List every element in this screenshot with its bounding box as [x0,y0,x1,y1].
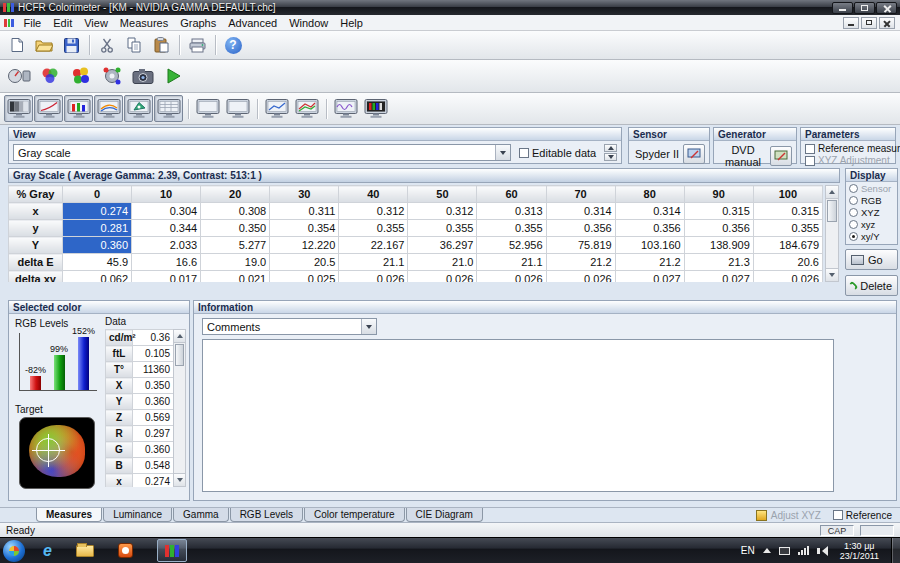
checkbox-box[interactable] [519,148,529,158]
display-option-xyz[interactable]: XYZ [846,206,897,218]
measure-cell[interactable]: 75.819 [546,237,615,254]
tab-measures[interactable]: Measures [36,508,102,522]
checkbox-box[interactable] [805,144,815,154]
checkbox-box[interactable] [833,510,843,520]
view-rgb-levels-button[interactable] [64,95,93,122]
explorer-folder-icon[interactable] [76,545,94,557]
measure-cell[interactable]: 0.350 [201,220,270,237]
measure-cell[interactable]: 0.311 [270,203,339,220]
measure-cell[interactable]: 20.6 [753,254,822,271]
snapshot-button[interactable] [128,62,158,90]
measure-cell[interactable]: 0.314 [546,203,615,220]
measure-cell[interactable]: 21.2 [615,254,684,271]
measure-cell[interactable]: 2.033 [132,237,201,254]
measure-cell[interactable]: 0.354 [270,220,339,237]
radio-icon[interactable] [849,220,858,229]
close-button[interactable] [876,2,897,14]
menu-edit[interactable]: Edit [47,16,78,30]
view-signal-wave-button[interactable] [331,95,360,122]
measure-cell[interactable]: 5.277 [201,237,270,254]
tab-color-temperature[interactable]: Color temperature [304,508,405,522]
menu-graphs[interactable]: Graphs [174,16,222,30]
measure-cell[interactable]: 0.026 [546,271,615,283]
sensor-settings-button[interactable] [4,62,34,90]
view-monitor-1-button[interactable] [193,95,222,122]
measure-cell[interactable]: 0.026 [753,271,822,283]
media-player-icon[interactable] [118,543,133,558]
start-button[interactable] [3,540,25,562]
measure-cell[interactable]: 0.281 [63,220,132,237]
tab-rgb-levels[interactable]: RGB Levels [230,508,303,522]
measure-cell[interactable]: 0.017 [132,271,201,283]
view-fullscreen-pattern-button[interactable] [361,95,390,122]
view-measures-grid-button[interactable] [154,95,183,122]
paste-button[interactable] [148,32,174,58]
tab-luminance[interactable]: Luminance [103,508,172,522]
reference-toggle-checkbox[interactable]: Reference [833,510,892,521]
measure-cell[interactable]: 138.909 [684,237,753,254]
measure-cell[interactable]: 0.304 [132,203,201,220]
scroll-up-icon[interactable] [174,330,185,343]
measure-cell[interactable]: 0.355 [753,220,822,237]
view-history-graph-button[interactable] [292,95,321,122]
measure-cell[interactable]: 0.315 [753,203,822,220]
measure-cell[interactable]: 0.355 [408,220,477,237]
menu-file[interactable]: File [18,16,48,30]
measure-cell[interactable]: 0.026 [339,271,408,283]
measure-cell[interactable]: 21.0 [408,254,477,271]
view-grayscale-button[interactable] [4,95,33,122]
measure-cell[interactable]: 21.2 [546,254,615,271]
measure-cell[interactable]: 0.312 [408,203,477,220]
show-desktop-button[interactable] [891,538,900,563]
measure-primaries-button[interactable] [66,62,96,90]
scroll-down-icon[interactable] [174,473,185,486]
measure-cell[interactable]: 0.315 [684,203,753,220]
measure-cell[interactable]: 21.1 [339,254,408,271]
spin-down-icon[interactable] [604,153,617,161]
menu-help[interactable]: Help [334,16,369,30]
measure-cell[interactable]: 0.274 [63,203,132,220]
measure-cell[interactable]: 0.356 [615,220,684,237]
measure-cell[interactable]: 0.312 [339,203,408,220]
tab-gamma[interactable]: Gamma [173,508,229,522]
radio-icon[interactable] [849,208,858,217]
scroll-thumb[interactable] [175,344,184,366]
cut-button[interactable] [94,32,120,58]
chevron-down-icon[interactable] [361,319,376,334]
measure-cell[interactable]: 0.027 [615,271,684,283]
editable-data-checkbox[interactable]: Editable data [519,147,596,159]
open-file-button[interactable] [31,32,57,58]
measure-cell[interactable]: 0.355 [339,220,408,237]
tab-cie-diagram[interactable]: CIE Diagram [406,508,483,522]
print-button[interactable] [184,32,210,58]
volume-tray-icon[interactable] [817,546,828,556]
run-measures-button[interactable] [159,62,189,90]
measure-cell[interactable]: 12.220 [270,237,339,254]
go-button[interactable]: Go [845,249,898,270]
measure-cell[interactable]: 19.0 [201,254,270,271]
minimize-button[interactable] [832,2,853,14]
display-option-rgb[interactable]: RGB [846,194,897,206]
measure-cell[interactable]: 36.297 [408,237,477,254]
measure-cell[interactable]: 0.021 [201,271,270,283]
view-cie-diagram-button[interactable] [124,95,153,122]
mdi-close-button[interactable] [879,17,895,29]
measure-cell[interactable]: 0.355 [477,220,546,237]
measure-cell[interactable]: 0.356 [684,220,753,237]
measure-cell[interactable]: 20.5 [270,254,339,271]
delete-button[interactable]: Delete [845,275,898,296]
taskbar-clock[interactable]: 1:30 μμ 23/1/2011 [840,541,879,561]
menu-window[interactable]: Window [283,16,334,30]
show-hidden-icons[interactable] [763,544,771,553]
measure-cell[interactable]: 0.026 [477,271,546,283]
data-scrollbar[interactable] [173,329,186,487]
measure-cell[interactable]: 52.956 [477,237,546,254]
measure-cell[interactable]: 22.167 [339,237,408,254]
scroll-up-icon[interactable] [826,186,838,199]
maximize-button[interactable] [854,2,875,14]
language-indicator[interactable]: EN [741,545,755,556]
view-monitor-2-button[interactable] [223,95,252,122]
measure-cell[interactable]: 0.308 [201,203,270,220]
measure-full-button[interactable] [97,62,127,90]
hcfr-taskbar-button[interactable] [157,539,187,562]
